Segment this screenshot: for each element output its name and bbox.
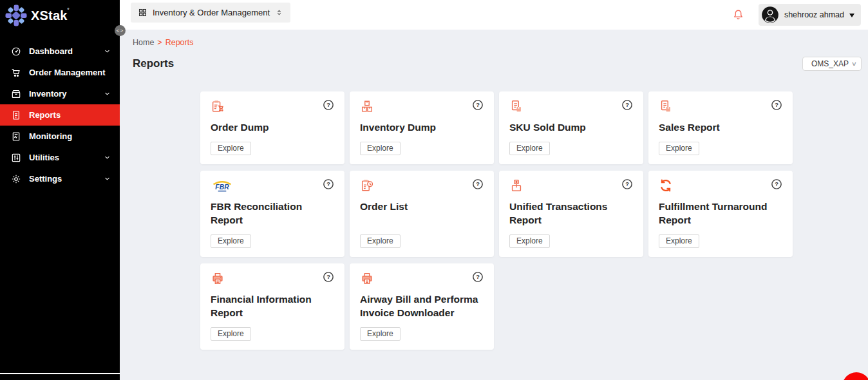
explore-button[interactable]: Explore	[659, 234, 699, 248]
topbar: Inventory & Order Management	[120, 0, 868, 30]
help-circle-icon[interactable]: ?	[472, 271, 484, 283]
report-card-sku-sold-dump: ?SKU Sold DumpExplore	[499, 91, 643, 164]
printer-icon	[360, 271, 374, 285]
svg-text:?: ?	[476, 181, 480, 187]
svg-text:?: ?	[326, 181, 330, 187]
report-card-title: Unified Transactions Report	[509, 200, 633, 227]
report-card-title: SKU Sold Dump	[509, 120, 633, 134]
brand-logo[interactable]: XStak˚	[0, 0, 120, 31]
explore-button[interactable]: Explore	[360, 327, 401, 341]
sidebar-item-label: Utilities	[29, 153, 104, 162]
report-card-title: Sales Report	[659, 120, 782, 134]
app-selector-label: Inventory & Order Management	[153, 8, 270, 17]
topbar-right: shehrooz ahmad	[732, 0, 861, 30]
sidebar-item-reports[interactable]: Reports	[0, 104, 120, 126]
sidebar-item-settings[interactable]: Settings	[0, 168, 120, 189]
help-circle-icon[interactable]: ?	[323, 99, 334, 111]
report-cards-grid: ?Order DumpExplore ?Inventory DumpExplor…	[200, 91, 796, 350]
report-card-title: Airway Bill and Performa Invoice Downloa…	[360, 292, 484, 319]
chevron-down-icon	[104, 154, 111, 161]
svg-text:?: ?	[775, 181, 778, 187]
sidebar-collapse-toggle[interactable]: <>	[115, 25, 126, 36]
notification-bell-icon[interactable]	[732, 8, 744, 21]
report-card-airway-bill-and-performa-invoice-downloader: ?Airway Bill and Performa Invoice Downlo…	[350, 263, 494, 350]
app-selector[interactable]: Inventory & Order Management	[131, 3, 290, 23]
explore-button[interactable]: Explore	[360, 142, 401, 155]
receipt-box-icon	[659, 99, 673, 113]
sidebar-item-label: Inventory	[29, 89, 104, 99]
svg-text:?: ?	[326, 102, 330, 108]
help-circle-icon[interactable]: ?	[472, 99, 484, 111]
chevron-down-icon	[104, 48, 111, 55]
report-card-title: FBR Reconciliation Report	[211, 200, 334, 227]
report-card-sales-report: ?Sales ReportExplore	[648, 91, 793, 164]
report-card-title: Fulfillment Turnaround Report	[659, 200, 782, 227]
clipboard-cart-icon	[211, 99, 225, 113]
breadcrumb: Home>Reports	[120, 30, 868, 47]
report-card-unified-transactions-report: ?Unified Transactions ReportExplore	[499, 171, 643, 257]
clipboard-clock-icon	[360, 178, 374, 193]
sidebar-item-label: Order Management	[29, 68, 111, 77]
sidebar-item-monitoring[interactable]: Monitoring	[0, 126, 120, 147]
dashboard-icon	[10, 46, 21, 57]
monitor-icon	[10, 131, 21, 142]
box-icon	[10, 88, 21, 99]
chevron-down-icon: ∨	[851, 61, 857, 67]
chevron-down-icon	[104, 175, 111, 182]
user-name: shehrooz ahmad	[784, 10, 844, 19]
boxes-icon	[360, 99, 374, 113]
help-circle-icon[interactable]: ?	[472, 178, 484, 190]
brand-trademark: ˚	[68, 8, 70, 15]
breadcrumb-separator: >	[157, 38, 162, 47]
svg-text:?: ?	[775, 102, 778, 108]
select-updown-icon	[276, 8, 283, 17]
sidebar-item-order-management[interactable]: Order Management	[0, 62, 120, 83]
help-circle-icon[interactable]: ?	[323, 178, 334, 190]
sidebar-item-dashboard[interactable]: Dashboard	[0, 41, 120, 62]
register-icon	[509, 178, 524, 193]
explore-button[interactable]: Explore	[509, 234, 550, 248]
help-circle-icon[interactable]: ?	[771, 99, 782, 111]
svg-text:?: ?	[476, 102, 480, 108]
help-circle-icon[interactable]: ?	[771, 178, 782, 190]
main-content: Home>Reports Reports OMS_XAP ∨ ?Order Du…	[120, 30, 868, 380]
report-card-fbr-reconciliation-report: FBR ?FBR Reconciliation ReportExplore	[200, 171, 344, 257]
report-card-title: Order Dump	[211, 120, 334, 134]
svg-text:?: ?	[625, 102, 629, 108]
report-card-title: Inventory Dump	[360, 120, 484, 134]
sidebar-item-label: Dashboard	[29, 46, 104, 56]
sidebar-item-label: Monitoring	[29, 131, 111, 141]
help-circle-icon[interactable]: ?	[323, 271, 334, 283]
svg-text:?: ?	[625, 181, 629, 187]
explore-button[interactable]: Explore	[211, 142, 251, 155]
explore-button[interactable]: Explore	[659, 142, 699, 155]
explore-button[interactable]: Explore	[211, 234, 251, 248]
breadcrumb-home[interactable]: Home	[133, 38, 154, 47]
chevron-down-icon	[849, 14, 854, 20]
explore-button[interactable]: Explore	[360, 234, 401, 248]
user-menu[interactable]: shehrooz ahmad	[759, 4, 861, 26]
svg-text:?: ?	[476, 274, 480, 280]
explore-button[interactable]: Explore	[509, 142, 550, 155]
chevron-down-icon	[104, 90, 111, 97]
report-card-inventory-dump: ?Inventory DumpExplore	[350, 91, 494, 164]
explore-button[interactable]: Explore	[211, 327, 251, 341]
sidebar-item-label: Settings	[29, 174, 104, 184]
sidebar-item-inventory[interactable]: Inventory	[0, 83, 120, 104]
cart-icon	[10, 67, 21, 78]
svg-text:?: ?	[326, 274, 330, 280]
brand-name: XStak˚	[31, 8, 70, 23]
page-title: Reports	[133, 57, 174, 70]
workspace-select[interactable]: OMS_XAP ∨	[802, 57, 862, 71]
sidebar-item-label: Reports	[29, 110, 111, 120]
sidebar-item-utilities[interactable]: Utilities	[0, 147, 120, 168]
report-card-fulfillment-turnaround-report: ?Fulfillment Turnaround ReportExplore	[648, 171, 793, 257]
report-card-title: Order List	[360, 200, 484, 213]
report-card-order-dump: ?Order DumpExplore	[200, 91, 344, 164]
svg-text:FBR: FBR	[215, 184, 229, 191]
help-circle-icon[interactable]: ?	[621, 178, 633, 190]
app-grid-icon	[138, 8, 147, 17]
receipt-box-icon	[509, 99, 524, 113]
sync-icon	[659, 178, 673, 193]
help-circle-icon[interactable]: ?	[621, 99, 633, 111]
